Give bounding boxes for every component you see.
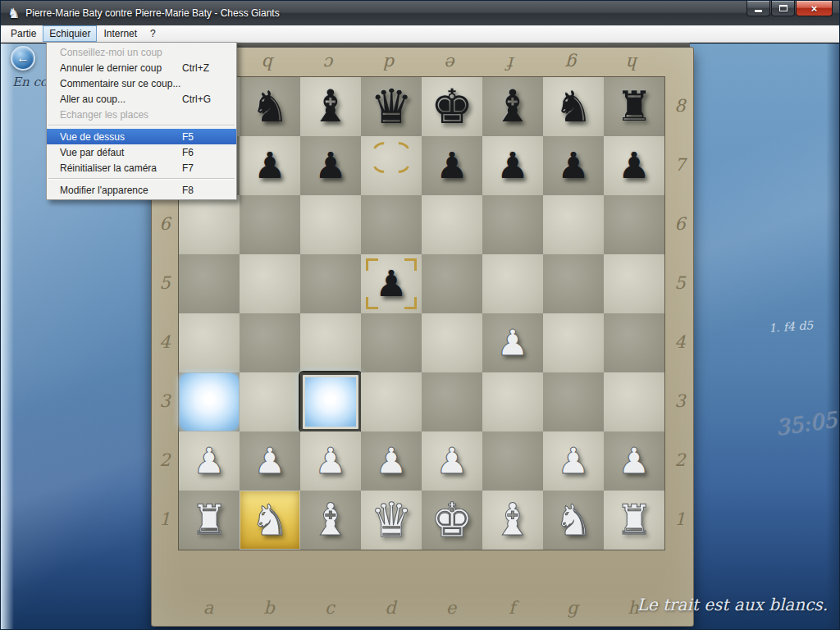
black-pawn[interactable]: ♟ — [300, 136, 361, 195]
square-a6[interactable] — [179, 195, 240, 254]
square-f5[interactable] — [482, 254, 543, 313]
file-label-bottom-d: d — [360, 596, 421, 620]
square-e4[interactable] — [422, 313, 482, 372]
menu-separator — [48, 125, 235, 126]
white-queen[interactable]: ♛ — [361, 491, 422, 550]
white-pawn[interactable]: ♟ — [482, 313, 543, 372]
white-knight[interactable]: ♞ — [543, 491, 604, 550]
menu-item-modifier-l-apparence[interactable]: Modifier l'apparenceF8 — [47, 182, 236, 198]
square-b5[interactable] — [240, 254, 300, 313]
menubar-item-help[interactable]: ? — [144, 25, 162, 42]
rank-label-right-8: 8 — [666, 76, 694, 135]
white-king[interactable]: ♚ — [422, 491, 482, 550]
square-h5[interactable] — [604, 254, 664, 313]
square-h3[interactable] — [604, 372, 664, 431]
white-pawn[interactable]: ♟ — [240, 431, 300, 491]
white-pawn[interactable]: ♟ — [543, 431, 604, 491]
highlight-legal-move — [180, 373, 239, 431]
square-c3[interactable] — [300, 372, 361, 431]
back-arrow-icon: ← — [16, 51, 30, 66]
square-g4[interactable] — [543, 313, 604, 372]
black-king[interactable]: ♚ — [422, 77, 482, 136]
black-rook[interactable]: ♜ — [604, 77, 664, 136]
black-knight[interactable]: ♞ — [543, 77, 604, 136]
square-a5[interactable] — [179, 254, 240, 313]
clock-text: 35:05 — [774, 407, 838, 440]
menu-item-echanger-les-places[interactable]: Echanger les places — [47, 107, 236, 122]
menu-item-r-initialiser-la-cam-ra[interactable]: Réinitialiser la caméraF7 — [47, 160, 236, 176]
black-pawn[interactable]: ♟ — [422, 136, 482, 195]
square-a3[interactable] — [179, 372, 240, 431]
menu-item-aller-au-coup[interactable]: Aller au coup...Ctrl+G — [47, 91, 236, 107]
menu-item-shortcut: Ctrl+G — [182, 94, 233, 105]
square-h6[interactable] — [604, 195, 664, 254]
square-e6[interactable] — [422, 195, 482, 254]
square-b6[interactable] — [240, 195, 300, 254]
menubar-item-internet[interactable]: Internet — [97, 25, 144, 42]
square-h4[interactable] — [604, 313, 664, 372]
white-bishop[interactable]: ♝ — [482, 491, 543, 550]
black-pawn[interactable]: ♟ — [543, 136, 604, 195]
square-e5[interactable] — [422, 254, 482, 313]
square-d4[interactable] — [361, 313, 422, 372]
move-list-text: 1. f4 d5 — [769, 318, 814, 335]
rank-label-left-5: 5 — [152, 253, 178, 313]
square-e3[interactable] — [422, 372, 482, 431]
minimize-button[interactable] — [746, 1, 770, 16]
black-pawn[interactable]: ♟ — [482, 136, 543, 195]
square-c5[interactable] — [300, 254, 361, 313]
square-b3[interactable] — [240, 372, 300, 431]
menu-item-vue-de-dessus[interactable]: Vue de dessusF5 — [47, 129, 236, 144]
square-a4[interactable] — [179, 313, 240, 372]
file-label-top-g: g — [542, 52, 603, 75]
white-pawn[interactable]: ♟ — [422, 431, 482, 491]
square-f2[interactable] — [482, 431, 543, 491]
origin-arc-icon — [392, 158, 412, 176]
menubar-item-partie[interactable]: Partie — [4, 25, 43, 42]
white-knight[interactable]: ♞ — [240, 491, 300, 550]
title-bar[interactable]: ♞ Pierre-Marie Baty contre Pierre-Marie … — [1, 1, 839, 25]
minimize-icon — [755, 10, 762, 12]
square-g6[interactable] — [543, 195, 604, 254]
square-d7[interactable] — [361, 136, 422, 195]
menu-item-label: Annuler le dernier coup — [60, 62, 182, 74]
square-g3[interactable] — [543, 372, 604, 431]
black-bishop[interactable]: ♝ — [482, 77, 543, 136]
white-pawn[interactable]: ♟ — [604, 431, 664, 491]
menubar-item-echiquier[interactable]: Echiquier — [43, 25, 97, 42]
square-b4[interactable] — [240, 313, 300, 372]
black-pawn[interactable]: ♟ — [604, 136, 664, 195]
white-pawn[interactable]: ♟ — [179, 431, 240, 491]
back-button[interactable]: ← — [11, 46, 35, 71]
square-c4[interactable] — [300, 313, 361, 372]
white-bishop[interactable]: ♝ — [300, 491, 361, 550]
black-pawn[interactable]: ♟ — [361, 254, 422, 313]
black-pawn[interactable]: ♟ — [240, 136, 300, 195]
white-rook[interactable]: ♜ — [604, 491, 664, 550]
menu-item-annuler-le-dernier-coup[interactable]: Annuler le dernier coupCtrl+Z — [47, 60, 236, 75]
file-label-top-b: b — [239, 52, 299, 75]
black-bishop[interactable]: ♝ — [300, 77, 361, 136]
black-knight[interactable]: ♞ — [240, 77, 300, 136]
white-pawn[interactable]: ♟ — [361, 431, 422, 491]
square-d6[interactable] — [361, 195, 422, 254]
menu-item-commentaire-sur-ce-coup[interactable]: Commentaire sur ce coup... — [47, 75, 236, 91]
file-label-bottom-c: c — [299, 596, 360, 620]
menu-item-conseillez-moi-un-coup[interactable]: Conseillez-moi un coup — [47, 44, 236, 60]
menu-item-vue-par-d-faut[interactable]: Vue par défautF6 — [47, 144, 236, 160]
square-g5[interactable] — [543, 254, 604, 313]
square-c6[interactable] — [300, 195, 361, 254]
file-label-top-h: h — [603, 52, 664, 75]
square-f3[interactable] — [482, 372, 543, 431]
close-button[interactable]: × — [796, 1, 833, 16]
white-rook[interactable]: ♜ — [179, 491, 240, 550]
menu-item-label: Réinitialiser la caméra — [60, 162, 182, 174]
rank-label-right-7: 7 — [666, 135, 694, 194]
menu-item-label: Echanger les places — [60, 109, 182, 121]
black-queen[interactable]: ♛ — [361, 77, 422, 136]
white-pawn[interactable]: ♟ — [300, 431, 361, 491]
square-f6[interactable] — [482, 195, 543, 254]
maximize-button[interactable] — [771, 1, 795, 16]
square-d3[interactable] — [361, 372, 422, 431]
menu-item-label: Vue de dessus — [60, 131, 182, 143]
